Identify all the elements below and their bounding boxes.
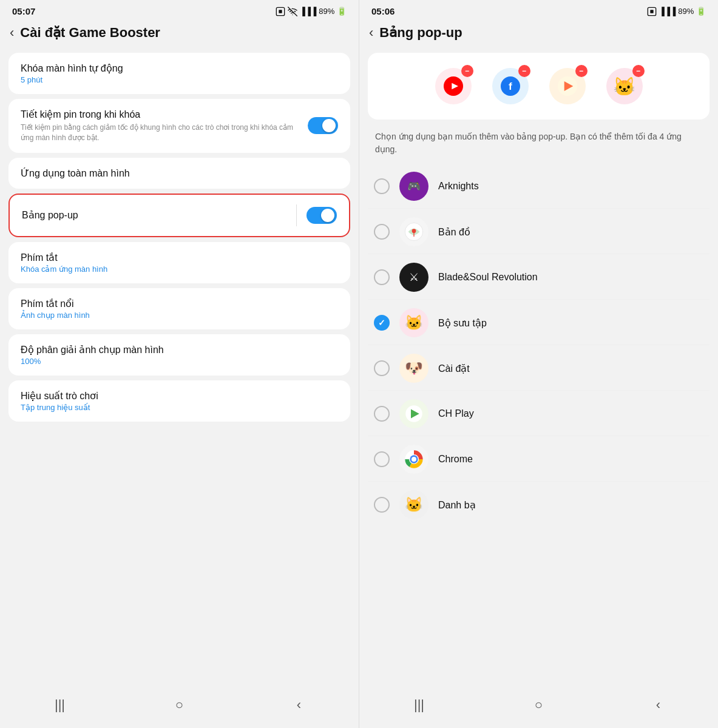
danh-ba-name: Danh bạ [438,499,476,511]
right-bottom-nav: ||| ○ ‹ [359,686,718,728]
app-item-chrome[interactable]: Chrome [368,437,710,482]
facebook-remove[interactable]: − [518,65,530,77]
app-item-bo-suu-tap[interactable]: 🐱 Bộ sưu tập [368,301,710,345]
left-status-time: 05:07 [12,6,35,16]
right-nav-recent[interactable]: ||| [407,693,432,717]
right-phone-panel: 05:06 ▐▐▐ 89% 🔋 ‹ Bảng pop-up − f − [359,0,718,728]
app-item-danh-ba[interactable]: 🐱 Danh bạ [368,483,710,527]
screenshot-res-label: Độ phân giải ảnh chụp màn hình [21,344,338,356]
ch-play-name: CH Play [438,408,474,419]
screenshot-icon [276,7,285,16]
pinned-gplay[interactable]: − [546,65,589,107]
app-item-blade-soul[interactable]: ⚔ Blade&Soul Revolution [368,255,710,300]
left-status-icons: ▐▐▐ 05:07 89% 🔋 [276,7,347,16]
pinned-facebook[interactable]: f − [489,65,532,107]
cai-dat-icon: 🐶 [399,354,428,383]
ban-do-name: Bản đồ [438,226,470,238]
game-perf-card[interactable]: Hiệu suất trò chơi Tập trung hiệu suất [8,380,350,422]
cat-remove[interactable]: − [632,65,645,77]
left-phone-panel: 05:07 ▐▐▐ 05:07 89% 🔋 ‹ Cài đặt Game Boo… [0,0,359,728]
app-item-arknights[interactable]: 🎮 Arknights [368,164,710,209]
right-back-button[interactable]: ‹ [369,25,373,41]
battery-save-label: Tiết kiệm pin trong khi khóa [21,109,308,120]
left-page-title: Cài đặt Game Booster [20,25,160,41]
popup-panel-toggle[interactable] [307,207,337,224]
blade-soul-icon: ⚔ [399,263,428,292]
shortcut-connected-label: Phím tắt nổi [21,298,338,309]
blade-soul-radio[interactable] [374,269,390,285]
battery-save-row: Tiết kiệm pin trong khi khóa Tiết kiệm p… [21,109,338,143]
left-nav-recent[interactable]: ||| [48,693,72,717]
app-item-ban-do[interactable]: Bản đồ [368,210,710,254]
app-list: 🎮 Arknights Bản đồ ⚔ Blade&Soul Revoluti… [359,164,718,686]
screen-lock-card[interactable]: Khóa màn hình tự động 5 phút [8,53,350,94]
ch-play-icon [399,399,428,428]
arknights-icon: 🎮 [399,172,428,201]
left-content: Khóa màn hình tự động 5 phút Tiết kiệm p… [0,48,359,686]
screen-lock-sub: 5 phút [21,75,338,84]
pinned-youtube[interactable]: − [432,65,475,107]
ban-do-icon [399,217,428,246]
svg-text:f: f [509,80,512,92]
chrome-icon [399,445,428,474]
ban-do-radio[interactable] [374,224,390,240]
screenshot-res-card[interactable]: Độ phân giải ảnh chụp màn hình 100% [8,334,350,376]
svg-point-18 [411,457,416,462]
popup-toggle-divider [296,204,297,226]
signal-bars: ▐▐▐ [300,7,317,16]
cai-dat-radio[interactable] [374,360,390,376]
game-perf-sub: Tập trung hiệu suất [21,403,338,412]
pinned-apps-card: − f − − 🐱 − [368,53,710,120]
battery-level: 89% 🔋 [319,7,347,16]
left-status-bar: 05:07 ▐▐▐ 05:07 89% 🔋 [0,0,359,20]
danh-ba-icon: 🐱 [399,490,428,519]
bo-suu-tap-icon: 🐱 [399,308,428,337]
chrome-radio[interactable] [374,451,390,467]
app-item-cai-dat[interactable]: 🐶 Cài đặt [368,346,710,391]
right-screenshot-icon [647,7,657,16]
youtube-remove[interactable]: − [461,65,473,77]
popup-panel-label: Bảng pop-up [22,209,78,221]
danh-ba-radio[interactable] [374,497,390,513]
bo-suu-tap-radio[interactable] [374,315,390,331]
left-nav-back[interactable]: ‹ [287,693,311,717]
shortcut-card[interactable]: Phím tắt Khóa cảm ứng màn hình [8,242,350,283]
left-bottom-nav: ||| ○ ‹ [0,686,359,728]
chrome-name: Chrome [438,454,473,465]
shortcut-connected-card[interactable]: Phím tắt nổi Ảnh chụp màn hình [8,288,350,329]
popup-description: Chọn ứng dụng bạn muốn thêm vào bảng pop… [359,124,718,164]
cai-dat-name: Cài đặt [438,363,470,374]
right-status-time: 05:06 [371,6,395,16]
right-nav-home[interactable]: ○ [527,693,551,717]
shortcut-connected-sub: Ảnh chụp màn hình [21,311,338,320]
arknights-radio[interactable] [374,178,390,194]
left-back-button[interactable]: ‹ [10,25,14,41]
popup-panel-card: Bảng pop-up [8,194,350,237]
fullscreen-apps-card[interactable]: Ứng dụng toàn màn hình [8,158,350,189]
left-nav-home[interactable]: ○ [168,693,192,717]
popup-panel-row: Bảng pop-up [22,204,337,226]
svg-point-12 [412,229,416,233]
right-top-bar: ‹ Bảng pop-up [359,20,718,48]
right-status-bar: 05:06 ▐▐▐ 89% 🔋 [359,0,718,20]
ch-play-radio[interactable] [374,406,390,422]
battery-save-text: Tiết kiệm pin trong khi khóa Tiết kiệm p… [21,109,308,143]
app-item-ch-play[interactable]: CH Play [368,392,710,436]
game-perf-label: Hiệu suất trò chơi [21,390,338,402]
right-nav-back[interactable]: ‹ [646,693,671,717]
bo-suu-tap-name: Bộ sưu tập [438,317,487,329]
right-signal: ▐▐▐ [659,7,676,16]
fullscreen-apps-label: Ứng dụng toàn màn hình [21,167,338,179]
right-battery: 89% 🔋 [678,7,706,16]
pinned-cat[interactable]: 🐱 − [603,65,646,107]
gplay-remove[interactable]: − [575,65,588,77]
shortcut-label: Phím tắt [21,252,338,263]
svg-rect-3 [650,10,653,13]
svg-rect-1 [279,10,282,13]
screenshot-res-sub: 100% [21,357,338,366]
battery-save-toggle[interactable] [308,117,338,134]
blade-soul-name: Blade&Soul Revolution [438,272,538,283]
battery-save-card: Tiết kiệm pin trong khi khóa Tiết kiệm p… [8,99,350,153]
battery-save-desc: Tiết kiệm pin bằng cách giảm tốc độ khun… [21,123,308,143]
right-page-title: Bảng pop-up [379,25,462,41]
